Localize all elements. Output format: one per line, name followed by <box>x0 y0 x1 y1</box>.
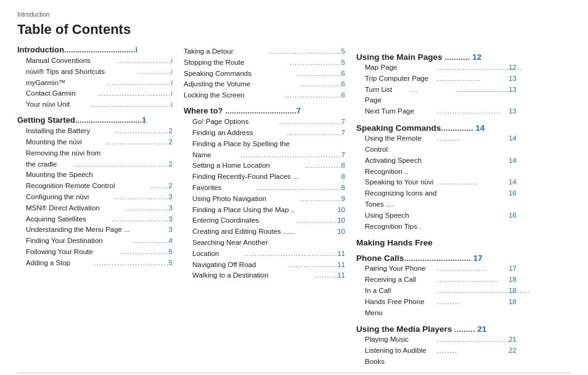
section-heading-making-hands-free: Making Hands Free <box>356 238 517 247</box>
breadcrumb: Introduction <box>17 11 571 18</box>
section-introduction: Introduction............................… <box>17 45 173 110</box>
list-item: Locking the Screen .....................… <box>184 90 345 101</box>
list-item: Pairing Your Phone ................... 1… <box>356 263 517 274</box>
list-item: Contact Garmin .........................… <box>17 88 173 99</box>
list-item: Recognizing Icons and Tones .... 16 <box>356 188 517 210</box>
section-main-pages: Using the Main Pages ........... 12 Map … <box>356 52 517 117</box>
toc-title: Table of Contents <box>17 22 173 38</box>
list-item: Manual Conventions .....................… <box>17 56 173 67</box>
list-item: the cradle .............................… <box>17 159 173 170</box>
column-1: Table of Contents Introduction..........… <box>17 22 184 368</box>
list-item: Using Speech Recognition Tips . 16 <box>356 210 517 233</box>
list-item: In a Call ..............................… <box>356 286 517 297</box>
content-area: Table of Contents Introduction..........… <box>17 22 571 368</box>
list-item: Stopping the Route .................... … <box>184 57 345 68</box>
list-item: Trip Computer Page ................. 13 <box>356 73 517 84</box>
list-item: Acquiring Satellites ...................… <box>17 214 173 225</box>
list-item: Location ...............................… <box>184 249 345 260</box>
list-item: Finding a Place Using the Map .. 10 <box>184 205 345 216</box>
list-item: Favorites ..............................… <box>184 183 345 194</box>
list-item: Finding an Address .....................… <box>184 128 345 139</box>
list-item: nüvi® Tips and Shortcuts ............. i <box>17 67 173 78</box>
section-media-players: Using the Media Players ......... 21 Pla… <box>356 324 517 367</box>
list-item: Creating and Editing Routes ...... 10 <box>184 226 345 237</box>
section-heading-getting-started: Getting Started.........................… <box>17 115 173 125</box>
list-item: Using Photo Navigation ................ … <box>184 194 345 205</box>
section-heading-introduction: Introduction............................… <box>17 45 173 54</box>
section-whereto: Where to? ..............................… <box>184 106 345 281</box>
list-item: Speaking Commands ................. 6 <box>184 68 345 80</box>
list-item: Name ...................................… <box>184 150 345 161</box>
list-item: Listening to Audible Books ........ 22 <box>356 345 517 368</box>
intro-heading-dots: ................................ <box>64 45 136 54</box>
list-item: Adding a Stop ..........................… <box>17 258 173 269</box>
list-item: Playing Music ..........................… <box>356 334 517 345</box>
list-item: Next Turn Page .........................… <box>356 106 517 117</box>
list-item: Finding Your Destination .............. … <box>17 236 173 247</box>
column-2: Taking a Detour ........................… <box>184 22 356 368</box>
list-item: Searching Near Another <box>184 237 345 249</box>
list-item: MSN® Direct Activation .................… <box>17 203 173 214</box>
intro-heading-label: Introduction <box>17 45 64 54</box>
list-item: Activating Speech Recognition .. 14 <box>356 155 517 178</box>
list-item: Adjusting the Volume ................ 6 <box>184 79 345 90</box>
list-item: Understanding the Menu Page ... 3 <box>17 225 173 236</box>
section-pre-whereto: Taking a Detour ........................… <box>184 46 345 101</box>
list-item: Turn List Page ... .....................… <box>356 84 517 107</box>
section-heading-whereto: Where to? ..............................… <box>184 106 345 115</box>
section-speaking-commands: Speaking Commands.............. 14 Using… <box>356 123 517 232</box>
page-container: Introduction Table of Contents Introduct… <box>0 0 588 375</box>
list-item: Setting a Home Location .............. 8 <box>184 160 345 171</box>
list-item: Finding a Place by Spelling the <box>184 139 345 150</box>
list-item: Mounting the Speech <box>17 170 173 181</box>
list-item: Removing the nüvi from <box>17 148 173 159</box>
section-phone-calls: Making Hands Free Phone Calls...........… <box>356 238 517 318</box>
list-item: Finding Recently-Found Places ... 8 <box>184 171 345 183</box>
list-item: Speaking to Your nüvi ................ 1… <box>356 177 517 188</box>
list-item: Go! Page Options .......................… <box>184 117 345 128</box>
list-item: Installing the Battery .................… <box>17 126 173 137</box>
list-item: Your nüvi Unit .........................… <box>17 99 173 110</box>
list-item: Following Your Route ...................… <box>17 247 173 258</box>
list-item: Entering Coordinates ................ 10 <box>184 215 345 226</box>
list-item: Walking to a Destination ......... 11 <box>184 270 345 281</box>
list-item: Using the Remote Control ......... 14 <box>356 133 517 155</box>
list-item: Configuring the nüvi ...................… <box>17 192 173 203</box>
intro-heading-page: i <box>135 45 137 54</box>
section-heading-media-players: Using the Media Players ......... 21 <box>356 324 517 334</box>
section-heading-phone-calls: Phone Calls.............................… <box>356 253 517 263</box>
list-item: Hands Free Phone Menu ......... 18 <box>356 297 517 319</box>
list-item: Recognition Remote Control ....... 2 <box>17 181 173 192</box>
list-item: Navigating Off Road ................... … <box>184 260 345 271</box>
list-item: Taking a Detour ........................… <box>184 46 345 57</box>
section-heading-main-pages: Using the Main Pages ........... 12 <box>356 52 517 62</box>
list-item: Receiving a Call .......................… <box>356 274 517 286</box>
section-getting-started: Getting Started.........................… <box>17 115 173 269</box>
list-item: Mounting the nüvi ......................… <box>17 137 173 148</box>
list-item: myGarmin™ ......................... i <box>17 78 173 89</box>
list-item: Map Page ...............................… <box>356 62 517 73</box>
section-heading-speaking-commands: Speaking Commands.............. 14 <box>356 123 517 133</box>
column-3: Using the Main Pages ........... 12 Map … <box>356 22 517 368</box>
footer: ii BMW Navigation Portable Pro Owner's M… <box>17 373 571 375</box>
